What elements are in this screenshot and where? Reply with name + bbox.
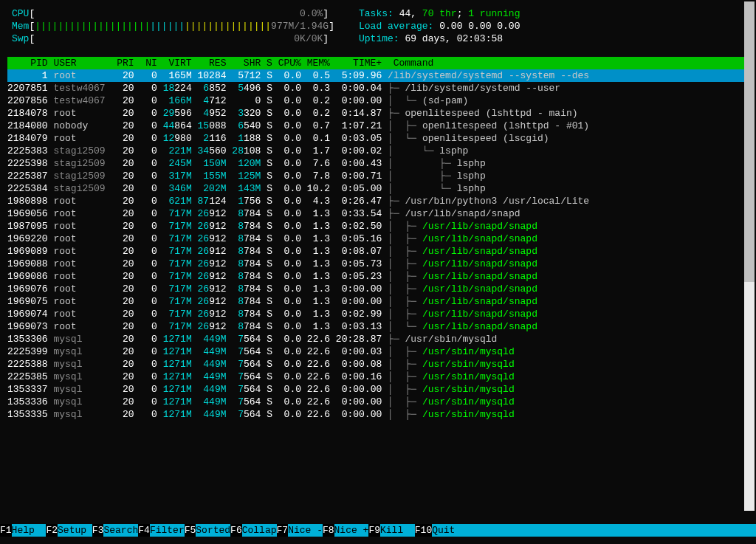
process-row[interactable]: 2225399 mysql 20 0 1271M 449M 7564 S 0.0… bbox=[7, 345, 749, 358]
fkey-f1[interactable]: F1 bbox=[0, 524, 12, 537]
process-row[interactable]: 2207856 testw4067 20 0 166M 4712 0 S 0.0… bbox=[7, 94, 749, 107]
process-row[interactable]: 1353335 mysql 20 0 1271M 449M 7564 S 0.0… bbox=[7, 408, 749, 421]
fkey-f10[interactable]: F10 bbox=[415, 524, 432, 537]
fkey-f5[interactable]: F5 bbox=[185, 524, 196, 537]
flabel-nice -[interactable]: Nice - bbox=[288, 524, 323, 537]
process-row[interactable]: 1969056 root 20 0 717M 26912 8784 S 0.0 … bbox=[7, 207, 749, 220]
flabel-help[interactable]: Help bbox=[12, 524, 47, 537]
process-row[interactable]: 2225387 stagi2509 20 0 317M 155M 125M S … bbox=[7, 170, 749, 182]
process-row[interactable]: 2184078 root 20 0 29596 4952 3320 S 0.0 … bbox=[7, 107, 749, 120]
process-row[interactable]: 2225384 stagi2509 20 0 346M 202M 143M S … bbox=[7, 182, 749, 195]
process-row[interactable]: 1353337 mysql 20 0 1271M 449M 7564 S 0.0… bbox=[7, 383, 749, 396]
flabel-nice +[interactable]: Nice + bbox=[334, 524, 369, 537]
process-row[interactable]: 2225385 mysql 20 0 1271M 449M 7564 S 0.0… bbox=[7, 371, 749, 383]
process-row[interactable]: 1969073 root 20 0 717M 26912 8784 S 0.0 … bbox=[7, 320, 749, 333]
process-row[interactable]: 1353306 mysql 20 0 1271M 449M 7564 S 0.0… bbox=[7, 333, 749, 345]
process-row[interactable]: 1969088 root 20 0 717M 26912 8784 S 0.0 … bbox=[7, 258, 749, 270]
tasks-line: Tasks: 44, 70 thr; 1 running bbox=[359, 7, 744, 20]
flabel-kill[interactable]: Kill bbox=[380, 524, 415, 537]
mem-meter: Mem[||||||||||||||||||||||||||||||||||||… bbox=[12, 20, 359, 32]
flabel-filter[interactable]: Filter bbox=[150, 524, 185, 537]
fkey-f2[interactable]: F2 bbox=[46, 524, 58, 537]
process-row[interactable]: 2225398 stagi2509 20 0 245M 150M 120M S … bbox=[7, 157, 749, 170]
fkey-f4[interactable]: F4 bbox=[138, 524, 150, 537]
fkey-f9[interactable]: F9 bbox=[368, 524, 380, 537]
process-row[interactable]: 2184080 nobody 20 0 44864 15088 6540 S 0… bbox=[7, 120, 749, 132]
process-row[interactable]: 1980898 root 20 0 621M 87124 1756 S 0.0 … bbox=[7, 195, 749, 207]
process-row[interactable]: 1969074 root 20 0 717M 26912 8784 S 0.0 … bbox=[7, 308, 749, 320]
load-line: Load average: 0.00 0.00 0.00 bbox=[359, 20, 744, 32]
process-row[interactable]: 1987095 root 20 0 717M 26912 8784 S 0.0 … bbox=[7, 220, 749, 233]
flabel-sorted[interactable]: Sorted bbox=[196, 524, 230, 537]
process-table[interactable]: PID USER PRI NI VIRT RES SHR S CPU% MEM%… bbox=[7, 57, 749, 421]
swp-meter: Swp[ 0K/0K] bbox=[12, 32, 359, 45]
uptime-line: Uptime: 69 days, 02:03:58 bbox=[359, 32, 744, 45]
process-row[interactable]: 1969075 root 20 0 717M 26912 8784 S 0.0 … bbox=[7, 295, 749, 308]
process-row[interactable]: 1969220 root 20 0 717M 26912 8784 S 0.0 … bbox=[7, 233, 749, 245]
process-row[interactable]: 1 root 20 0 165M 10284 5712 S 0.0 0.5 5:… bbox=[7, 69, 749, 82]
table-header[interactable]: PID USER PRI NI VIRT RES SHR S CPU% MEM%… bbox=[7, 57, 749, 69]
process-row[interactable]: 2225383 stagi2509 20 0 221M 34560 28108 … bbox=[7, 145, 749, 157]
process-row[interactable]: 1353336 mysql 20 0 1271M 449M 7564 S 0.0… bbox=[7, 396, 749, 408]
meters-panel: CPU[ 0.0%] Mem[|||||||||||||||||||||||||… bbox=[7, 4, 749, 48]
process-row[interactable]: 1969076 root 20 0 717M 26912 8784 S 0.0 … bbox=[7, 283, 749, 295]
cpu-meter: CPU[ 0.0%] bbox=[12, 7, 359, 20]
fkey-f6[interactable]: F6 bbox=[230, 524, 242, 537]
process-row[interactable]: 2207851 testw4067 20 0 18224 6852 5496 S… bbox=[7, 82, 749, 94]
process-row[interactable]: 1969089 root 20 0 717M 26912 8784 S 0.0 … bbox=[7, 245, 749, 258]
flabel-setup[interactable]: Setup bbox=[58, 524, 92, 537]
flabel-quit[interactable]: Quit bbox=[432, 524, 467, 537]
fkey-f3[interactable]: F3 bbox=[92, 524, 104, 537]
scrollbar-thumb[interactable] bbox=[744, 1, 755, 282]
flabel-search[interactable]: Search bbox=[103, 524, 138, 537]
fkey-f8[interactable]: F8 bbox=[323, 524, 334, 537]
flabel-collap[interactable]: Collap bbox=[242, 524, 277, 537]
footer-bar[interactable]: F1Help F2Setup F3SearchF4FilterF5SortedF… bbox=[0, 524, 756, 537]
fkey-f7[interactable]: F7 bbox=[277, 524, 289, 537]
process-row[interactable]: 2184079 root 20 0 12980 2116 1188 S 0.0 … bbox=[7, 132, 749, 145]
process-row[interactable]: 1969086 root 20 0 717M 26912 8784 S 0.0 … bbox=[7, 270, 749, 283]
process-row[interactable]: 2225388 mysql 20 0 1271M 449M 7564 S 0.0… bbox=[7, 358, 749, 371]
